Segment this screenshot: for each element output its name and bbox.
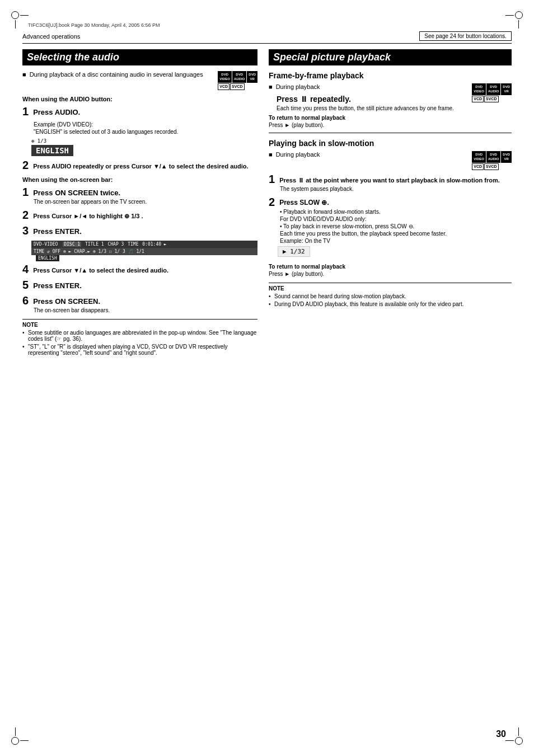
step3-os: 3 Press ENTER. [22,225,257,236]
frame-intro: ■ During playback Press ⏸ repeatedly. Ea… [269,83,454,111]
step6-os-text: Press ON SCREEN. [33,297,100,306]
step1-audio: 1 Press AUDIO. [22,106,257,117]
file-info: TIFC3C6[UJ].book Page 30 Monday, April 4… [22,22,512,28]
step2-audio-text: Press AUDIO repeatedly or press Cursor ▼… [33,163,248,170]
slow-example-label: Example: On the TV [280,238,512,244]
step1-os-text: Press ON SCREEN twice. [33,189,120,197]
step2-os: 2 Press Cursor ►/◄ to highlight ⊕ 1/3 . [22,209,257,220]
slow-return-text: Press ► (play button). [269,271,512,277]
slow-note-item-1: Sound cannot be heard during slow-motion… [269,293,512,299]
osd-time-val: 0:01:40 ► [142,242,166,247]
badge-slow-dvd-vr: DVDVR [501,151,512,163]
badge-slow-vcd: VCD [472,163,484,170]
osd-disc: DISC 1 [63,242,81,247]
step5-os-text: Press ENTER. [33,281,82,290]
step2-os-num: 2 [22,209,29,220]
step3-os-num: 3 [22,225,29,236]
osd-title: TITLE 1 [85,242,104,247]
advanced-operations-label: Advanced operations [22,33,80,40]
badge-frame-dvd-audio: DVDAUDIO [486,83,500,95]
badge-dvd-vr: DVDVR [247,71,257,83]
slow-step1-text: Press ⏸ at the point where you want to s… [279,177,500,184]
slow-note-item-2: During DVD AUDIO playback, this feature … [269,301,512,307]
slow-display: ▶ 1/32 [278,246,310,257]
slow-step1: 1 Press ⏸ at the point where you want to… [269,173,512,192]
badge-svcd: SVCD [230,83,244,90]
slow-step2-num: 2 [269,196,275,208]
note-title-right: NOTE [269,285,512,292]
corner-mark-tr [512,11,523,22]
step5-os-num: 5 [22,279,29,290]
step2-audio: 2 Press AUDIO repeatedly or press Cursor… [22,159,257,171]
slow-bullet-icon: ■ [269,151,273,158]
slow-step2: 2 Press SLOW ⊕. • Playback in forward sl… [269,196,512,259]
frame-return-text: Press ► (play button). [269,122,512,128]
step1-os-sub: The on-screen bar appears on the TV scre… [34,199,257,205]
step5-os: 5 Press ENTER. [22,279,257,290]
osd-english: ENGLISH [36,255,59,261]
badges-top: DVDVIDEO DVDAUDIO DVDVR VCD SVCD [218,71,257,90]
step6-os-num: 6 [22,295,29,306]
badge-vcd: VCD [218,83,229,90]
example-text: "ENGLISH" is selected out of 3 audio lan… [34,129,257,135]
osd-bar-line1: DVD-VIDEO DISC 1 TITLE 1 CHAP 3 TIME 0:0… [31,241,257,248]
step6-os-sub: The on-screen bar disappears. [34,307,257,313]
note-item-1: Some subtitle or audio languages are abb… [22,330,257,342]
corner-mark-bl [11,734,22,745]
note-section-left: NOTE Some subtitle or audio languages ar… [22,319,257,356]
display-main: ENGLISH [31,145,73,156]
slow-step2-sub1: • Playback in forward slow-motion starts… [280,209,512,215]
badge-frame-dvd-vr: DVDVR [501,83,512,95]
note-section-right: NOTE Sound cannot be heard during slow-m… [269,283,512,307]
corner-mark-tl [11,11,22,22]
osd-bar-line2: TIME ↺ OFF ⊕ ► CHAP.► ⊕ 1/3 ☐ 1/ 3 🎵 1/1 [31,248,257,255]
example-label: Example (DVD VIDEO): [34,121,257,128]
badge-slow-dvd-audio: DVDAUDIO [486,151,500,163]
badge-slow-svcd: SVCD [484,163,498,170]
display-box: ⊕ 1/3 ENGLISH [31,138,257,156]
badge-slow-dvd-video: DVDVIDEO [472,151,486,163]
main-content: Selecting the audio ■ During playback of… [22,49,512,358]
divider [269,133,512,133]
badges-frame: DVDVIDEO DVDAUDIO DVDVR VCD SVCD [472,83,512,102]
badge-frame-dvd-video: DVDVIDEO [472,83,486,95]
selecting-audio-title: Selecting the audio [22,49,257,65]
frame-return-label: To return to normal playback [269,115,512,121]
badge-dvd-video: DVDVIDEO [218,71,232,83]
badge-frame-svcd: SVCD [484,96,498,102]
frame-intro-text: During playback [276,83,320,90]
bullet-icon: ■ [22,71,26,78]
osd-dvd-video: DVD-VIDEO [34,242,58,247]
step2-os-text: Press Cursor ►/◄ to highlight ⊕ 1/3 . [33,213,143,220]
corner-mark-br [512,734,523,745]
osd-time2: TIME ↺ OFF ⊕ ► CHAP.► ⊕ 1/3 ☐ 1/ 3 🎵 1/1 [34,249,144,254]
step1-os-num: 1 [22,186,29,198]
button-locations-note: See page 24 for button locations. [419,31,512,41]
slow-step1-sub: The system pauses playback. [280,186,512,192]
note-item-2: "ST", "L" or "R" is displayed when playi… [22,344,257,356]
badge-frame-vcd: VCD [472,96,484,102]
display-top: ⊕ 1/3 [31,138,257,144]
osd-bar-container: DVD-VIDEO DISC 1 TITLE 1 CHAP 3 TIME 0:0… [31,241,257,261]
slow-motion-title: Playing back in slow-motion [269,139,512,148]
step3-os-text: Press ENTER. [33,227,82,236]
intro-bullet: ■ During playback of a disc containing a… [22,71,203,78]
top-bar: Advanced operations See page 24 for butt… [22,31,512,44]
when-audio-label: When using the AUDIO button: [22,96,257,102]
note-title-left: NOTE [22,322,257,328]
step4-os-num: 4 [22,264,29,275]
slow-step1-num: 1 [269,173,275,185]
step1-audio-num: 1 [22,106,29,117]
frame-bullet-icon: ■ [269,83,273,90]
slow-return-label: To return to normal playback [269,264,512,270]
intro-text: During playback of a disc containing aud… [30,71,203,78]
special-picture-title: Special picture playback [269,49,512,65]
step1-os: 1 Press ON SCREEN twice. The on-screen b… [22,186,257,205]
right-column: Special picture playback Frame-by-frame … [269,49,512,358]
step4-os-text: Press Cursor ▼/▲ to select the desired a… [33,267,168,274]
badge-dvd-audio: DVDAUDIO [232,71,246,83]
step2-audio-num: 2 [22,159,29,171]
slow-step2-sub2: • To play back in reverse slow-motion, p… [280,223,512,229]
frame-press-text: Press ⏸ repeatedly. [277,95,454,104]
frame-desc: Each time you press the button, the stil… [277,105,454,111]
